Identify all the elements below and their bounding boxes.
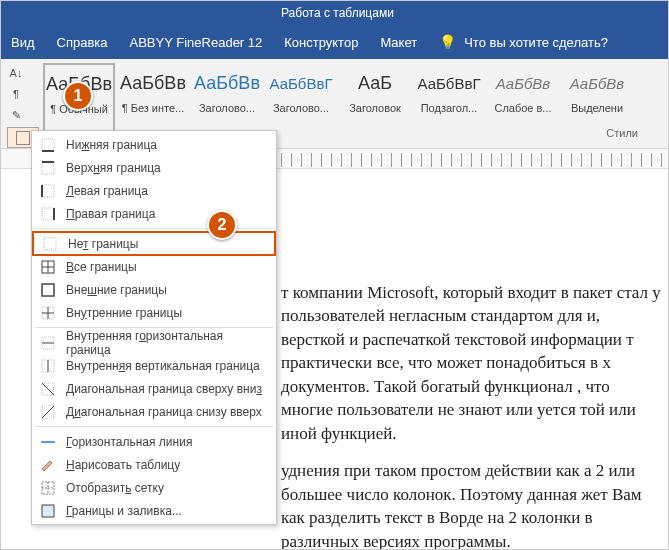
paragraph-mark-icon[interactable]: ¶	[7, 86, 25, 103]
dropdown-item-label: Нет границы	[68, 237, 138, 251]
dropdown-item-border-top[interactable]: Верхняя граница	[32, 156, 276, 179]
sort-icon[interactable]: A↓	[7, 65, 25, 82]
border-inner-icon	[40, 305, 56, 321]
style-sample: АаБбВвГ	[417, 66, 480, 100]
border-outer-icon	[40, 282, 56, 298]
svg-rect-12	[42, 284, 54, 296]
dropdown-item-label: Верхняя граница	[66, 161, 161, 175]
dropdown-item-label: Горизонтальная линия	[66, 435, 192, 449]
doc-paragraph: т компании Microsoft, который входит в п…	[281, 281, 662, 445]
svg-rect-0	[42, 139, 54, 151]
ruler-ticks	[281, 153, 668, 167]
dropdown-item-hline[interactable]: Горизонтальная линия	[32, 430, 276, 453]
border-left-icon	[40, 183, 56, 199]
dropdown-item-label: Диагональная граница снизу вверх	[66, 405, 262, 419]
menu-design[interactable]: Конструктор	[284, 35, 358, 50]
svg-line-21	[42, 383, 54, 395]
lightbulb-icon: 💡	[439, 34, 456, 50]
border-bottom-icon	[40, 137, 56, 153]
dropdown-item-label: Нарисовать таблицу	[66, 458, 180, 472]
border-none-icon	[42, 236, 58, 252]
dropdown-item-diag-up[interactable]: Диагональная граница снизу вверх	[32, 400, 276, 423]
dropdown-item-label: Диагональная граница сверху вниз	[66, 382, 262, 396]
hline-icon	[40, 434, 56, 450]
grid-icon	[40, 480, 56, 496]
doc-paragraph: уднения при таком простом действии как а…	[281, 459, 662, 550]
dropdown-item-border-v[interactable]: Внутренняя вертикальная граница	[32, 354, 276, 377]
style-name: Слабое в...	[494, 102, 551, 114]
dropdown-item-draw[interactable]: Нарисовать таблицу	[32, 453, 276, 476]
dropdown-item-border-bottom[interactable]: Нижняя граница	[32, 133, 276, 156]
menu-tellme[interactable]: Что вы хотите сделать?	[464, 35, 608, 50]
dropdown-item-label: Границы и заливка...	[66, 504, 182, 518]
title-context-tab: Работа с таблицами	[1, 1, 668, 25]
style-sample: АаБбВв	[194, 66, 260, 100]
style-name: Подзагол...	[421, 102, 478, 114]
dropdown-item-border-outer[interactable]: Внешние границы	[32, 278, 276, 301]
style-sample: АаБбВв	[120, 66, 186, 100]
style-sample: АаБбВв	[570, 66, 624, 100]
dropdown-separator	[34, 228, 274, 229]
dropdown-item-border-none[interactable]: Нет границы	[32, 231, 276, 256]
style-name: Выделени	[571, 102, 623, 114]
svg-rect-28	[42, 505, 54, 517]
document-body: т компании Microsoft, который входит в п…	[281, 281, 662, 550]
context-tab-label: Работа с таблицами	[281, 6, 394, 20]
dropdown-item-border-h[interactable]: Внутренняя горизонтальная граница	[32, 331, 276, 354]
dropdown-item-label: Отобразить сетку	[66, 481, 164, 495]
borders-shading-icon	[40, 503, 56, 519]
border-h-icon	[40, 335, 56, 351]
dropdown-item-border-all[interactable]: Все границы	[32, 255, 276, 278]
style-name: Заголовок	[349, 102, 401, 114]
svg-rect-4	[42, 185, 54, 197]
border-v-icon	[40, 358, 56, 374]
dropdown-item-grid[interactable]: Отобразить сетку	[32, 476, 276, 499]
dropdown-item-label: Внутренняя вертикальная граница	[66, 359, 260, 373]
dropdown-item-label: Левая граница	[66, 184, 148, 198]
svg-rect-8	[44, 238, 56, 250]
svg-line-23	[42, 406, 54, 418]
menu-bar: Вид Справка ABBYY FineReader 12 Конструк…	[1, 25, 668, 59]
border-right-icon	[40, 206, 56, 222]
border-top-icon	[40, 160, 56, 176]
dropdown-item-label: Внутренняя горизонтальная граница	[66, 329, 268, 357]
dropdown-item-label: Внутренние границы	[66, 306, 182, 320]
dropdown-item-label: Все границы	[66, 260, 137, 274]
svg-rect-2	[42, 162, 54, 174]
dropdown-item-border-right[interactable]: Правая граница	[32, 202, 276, 225]
menu-layout[interactable]: Макет	[380, 35, 417, 50]
svg-rect-6	[42, 208, 54, 220]
borders-dropdown: Нижняя границаВерхняя границаЛевая грани…	[31, 130, 277, 525]
draw-icon	[40, 457, 56, 473]
clear-format-icon[interactable]: ✎	[7, 107, 25, 124]
diag-down-icon	[40, 381, 56, 397]
dropdown-item-border-left[interactable]: Левая граница	[32, 179, 276, 202]
border-icon	[16, 131, 30, 145]
style-item[interactable]: АаБбВвГПодзагол...	[413, 63, 485, 148]
style-sample: АаБбВвГ	[269, 66, 332, 100]
style-name: Заголово...	[199, 102, 255, 114]
dropdown-item-label: Нижняя граница	[66, 138, 157, 152]
style-item[interactable]: АаБЗаголовок	[339, 63, 411, 148]
style-name: Заголово...	[273, 102, 329, 114]
callout-marker-1: 1	[63, 81, 93, 111]
dropdown-item-label: Правая граница	[66, 207, 155, 221]
menu-help[interactable]: Справка	[57, 35, 108, 50]
dropdown-item-border-inner[interactable]: Внутренние границы	[32, 301, 276, 324]
styles-group-label: Стили	[606, 127, 638, 139]
border-all-icon	[40, 259, 56, 275]
diag-up-icon	[40, 404, 56, 420]
callout-marker-2: 2	[207, 210, 237, 240]
dropdown-item-borders-shading[interactable]: Границы и заливка...	[32, 499, 276, 522]
style-sample: АаБ	[358, 66, 392, 100]
style-sample: АаБбВв	[496, 66, 550, 100]
dropdown-item-label: Внешние границы	[66, 283, 167, 297]
dropdown-separator	[34, 426, 274, 427]
menu-view[interactable]: Вид	[11, 35, 35, 50]
dropdown-item-diag-down[interactable]: Диагональная граница сверху вниз	[32, 377, 276, 400]
style-item[interactable]: АаБбВвСлабое в...	[487, 63, 559, 148]
menu-abbyy[interactable]: ABBYY FineReader 12	[130, 35, 263, 50]
style-name: ¶ Без инте...	[122, 102, 185, 114]
